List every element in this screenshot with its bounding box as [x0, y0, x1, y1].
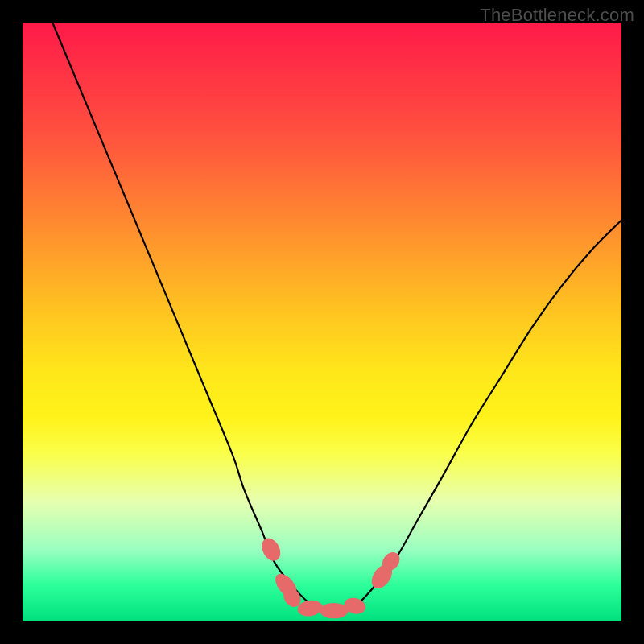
- bottleneck-curve: [52, 23, 621, 610]
- chart-plot-area: [23, 23, 621, 621]
- chart-marker: [296, 599, 324, 618]
- watermark-text: TheBottleneck.com: [480, 5, 634, 26]
- chart-frame: TheBottleneck.com: [0, 0, 644, 644]
- chart-marker: [258, 535, 284, 564]
- chart-marker: [320, 603, 349, 618]
- chart-svg: [23, 23, 621, 621]
- chart-markers: [258, 535, 403, 619]
